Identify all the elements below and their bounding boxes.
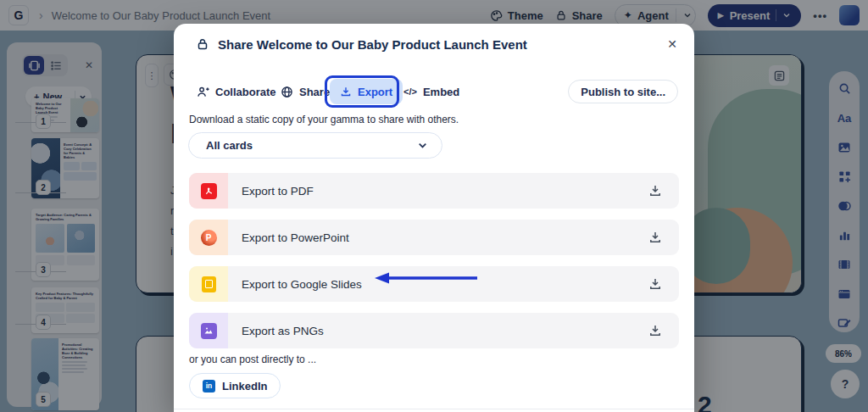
tab-share[interactable]: Share [281, 79, 330, 104]
export-row-label: Export to Google Slides [242, 278, 362, 291]
modal-footer-divider [174, 409, 694, 409]
export-row-powerpoint[interactable]: P Export to PowerPoint [189, 220, 679, 255]
download-icon [340, 86, 352, 97]
post-directly-text: or you can post directly to ... [189, 354, 316, 365]
close-icon[interactable]: ✕ [667, 37, 677, 51]
export-row-label: Export to PowerPoint [242, 231, 349, 244]
code-icon: </> [403, 86, 417, 97]
export-options-list: Export to PDF P Export to PowerPoint Exp… [189, 173, 679, 359]
modal-title: Share Welcome to Our Baby Product Launch… [218, 37, 527, 52]
publish-to-site-button[interactable]: Publish to site... [568, 80, 678, 103]
download-icon[interactable] [648, 184, 662, 198]
download-icon[interactable] [648, 324, 662, 337]
person-plus-icon [197, 86, 209, 98]
export-row-label: Export as PNGs [242, 325, 324, 337]
linkedin-button[interactable]: in LinkedIn [189, 373, 281, 398]
tab-export[interactable]: Export [330, 79, 403, 104]
cards-filter-dropdown[interactable]: All cards [188, 132, 442, 159]
image-icon [201, 323, 217, 339]
tab-collaborate[interactable]: Collaborate [197, 79, 276, 104]
export-row-label: Export to PDF [242, 185, 314, 198]
linkedin-icon: in [203, 380, 215, 393]
download-icon[interactable] [648, 277, 662, 291]
export-row-pdf[interactable]: Export to PDF [189, 173, 679, 209]
tab-embed[interactable]: </> Embed [403, 79, 459, 104]
download-icon[interactable] [648, 231, 662, 244]
chevron-down-icon [417, 140, 428, 151]
share-tabs: Collaborate Share Export </> Embed Publi… [174, 75, 694, 109]
google-slides-icon [202, 276, 216, 292]
export-description: Download a static copy of your gamma to … [189, 114, 459, 125]
pdf-icon [201, 183, 217, 199]
arrow-annotation [374, 270, 481, 286]
share-modal: Share Welcome to Our Baby Product Launch… [174, 24, 694, 412]
powerpoint-icon: P [201, 230, 217, 246]
app-window: ⋮ Welcome to Our Baby Product Launch Eve… [0, 0, 868, 412]
globe-icon [281, 86, 293, 98]
export-row-png[interactable]: Export as PNGs [189, 313, 679, 348]
lock-icon [196, 37, 209, 51]
